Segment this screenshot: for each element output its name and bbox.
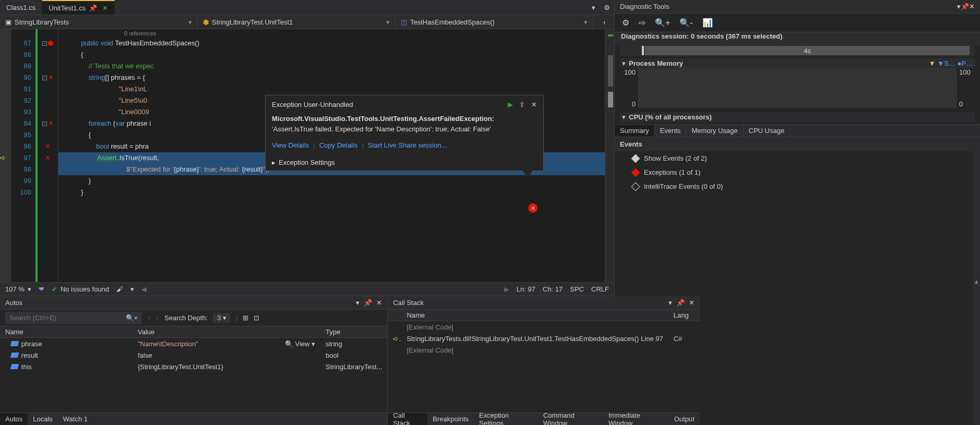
col-value[interactable]: Value [133,328,320,336]
eye-icon [631,154,640,163]
cleanup-icon[interactable]: 🖌 [116,285,123,293]
code-line[interactable]: { [58,49,605,60]
health-icon[interactable]: ❤ [39,285,44,293]
close-icon[interactable]: ✕ [376,299,382,307]
exception-icon [631,168,640,177]
nav-class-label: StringLibraryTest.UnitTest1 [212,18,293,26]
editor-tab-bar: Class1.cs UnitTest1.cs 📌 ✕ ▾ ⚙ [0,0,614,15]
variable-icon [10,364,19,369]
nav-next[interactable]: ▶ [504,285,509,293]
footer-tab[interactable]: Command Window [538,413,603,425]
diag-tab[interactable]: Memory Usage [686,125,743,137]
variable-icon [10,353,19,358]
codelens-references[interactable]: 0 references [58,29,605,38]
exception-type: Microsoft.VisualStudio.TestTools.UnitTes… [272,115,494,123]
exception-settings-link[interactable]: Exception Settings [279,159,335,166]
footer-tab[interactable]: Exception Settings [474,413,538,425]
code-line[interactable]: string[] phrases = { [58,72,605,83]
pin-icon[interactable]: 📌 [89,4,97,12]
diag-tool-icon[interactable]: ⚙ [622,18,629,28]
nav-prev[interactable]: ◀ [141,285,147,293]
cpu-section-title: CPU (% of all processors) [629,113,712,121]
diag-tool-icon[interactable]: 🔍- [679,18,692,28]
diag-tool-icon[interactable]: ⇨ [639,18,646,28]
diag-tool-icon[interactable]: 📊 [702,18,713,28]
diag-tab[interactable]: CPU Usage [744,125,791,137]
project-icon: ▣ [5,18,11,26]
cursor-line[interactable]: Ln: 97 [517,285,535,293]
close-icon[interactable]: ✕ [969,3,975,10]
autos-row[interactable]: this {StringLibraryTest.UnitTest1} Strin… [0,361,387,372]
event-row[interactable]: Show Events (2 of 2) [615,151,973,165]
diag-tab[interactable]: Summary [615,125,655,137]
nav-scope[interactable]: ▣ StringLibraryTests ▾ [0,15,198,29]
tree-view-icon[interactable]: ⊞ [243,314,248,322]
autos-search-input[interactable]: 🔍▾ [5,312,142,324]
autos-title: Autos [5,299,22,307]
nav-method[interactable]: ◫ TestHasEmbeddedSpaces() ▾ [396,15,593,29]
view-details-link[interactable]: View Details [272,141,309,149]
exception-detail: 'Assert.IsTrue failed. Expected for 'Nam… [272,125,491,133]
memory-chart[interactable]: 1000 1000 [620,68,975,108]
diag-tab[interactable]: Events [655,125,687,137]
window-position-icon[interactable]: ▾ [957,3,961,10]
footer-tab[interactable]: Breakpoints [427,413,474,425]
tab-unittest1[interactable]: UnitTest1.cs 📌 ✕ [42,0,115,15]
text-view-icon[interactable]: ⊡ [254,314,259,322]
footer-tab[interactable]: Autos [0,413,28,425]
search-depth-label: Search Depth: [164,314,208,322]
scroll-up-icon[interactable]: ▴ [973,137,980,425]
cursor-col[interactable]: Ch: 17 [543,285,563,293]
editor-overview-ruler[interactable] [605,29,614,282]
event-row[interactable]: Exceptions (1 of 1) [615,165,973,179]
tab-class1[interactable]: Class1.cs [0,0,42,15]
diagnostic-timeline[interactable]: 4s [620,45,975,56]
search-depth-dropdown[interactable]: 3 ▾ [213,313,231,323]
footer-tab[interactable]: Locals [28,413,58,425]
tab-label: UnitTest1.cs [49,4,86,12]
autos-row[interactable]: result false bool [0,349,387,361]
col-type[interactable]: Type [320,328,387,336]
copy-details-link[interactable]: Copy Details [319,141,358,149]
code-line[interactable]: // Tests that we expec [58,60,605,72]
code-line[interactable]: } [58,187,605,198]
legend-marker: ●P… [957,59,973,67]
gear-icon[interactable]: ⚙ [600,0,614,15]
line-ending[interactable]: CRLF [591,285,609,293]
continue-button[interactable]: ▶ [508,101,513,108]
zoom-level[interactable]: 107 % ▾ [5,285,31,293]
code-line[interactable]: public void TestHasEmbeddedSpaces() [58,38,605,49]
search-up-icon[interactable]: ↑ [147,314,151,322]
search-icon[interactable]: 🔍▾ [126,314,138,322]
code-line[interactable]: "Line1\nL [58,83,605,95]
error-badge-icon[interactable]: ✕ [528,203,537,213]
diag-tool-icon[interactable]: 🔍+ [655,18,670,28]
event-row[interactable]: IntelliTrace Events (0 of 0) [615,179,973,193]
variable-icon [10,341,19,346]
collapse-icon[interactable]: ▾ [622,59,626,67]
live-share-link[interactable]: Start Live Share session... [368,141,447,149]
split-editor-button[interactable]: ⫞ [593,15,614,29]
window-position-icon[interactable]: ▾ [356,299,360,307]
search-input[interactable] [9,314,126,322]
exception-popup: Exception User-Unhandled ▶ ⇪ ✕ Microsoft… [265,95,544,171]
pin-icon[interactable]: ⇪ [519,101,525,108]
pin-icon[interactable]: 📌 [364,299,372,307]
diagnostic-tools-panel: Diagnostic Tools ▾ 📌 ✕ ⚙⇨🔍+🔍-📊 Diagnosti… [615,0,980,425]
close-icon[interactable]: ✕ [531,101,537,108]
nav-class[interactable]: ⬢ StringLibraryTest.UnitTest1 ▾ [198,15,396,29]
autos-row[interactable]: phrase "Name\tDescription"🔍 View ▾ strin… [0,338,387,349]
expand-icon[interactable]: ▸ [272,159,276,166]
class-icon: ⬢ [203,18,209,26]
diagnostic-title: Diagnostic Tools [620,3,669,10]
footer-tab[interactable]: Call Stack [388,413,427,425]
code-editor[interactable]: ➪ 87888990919293949596979899100 --✕-✕✕✕ … [0,29,614,282]
footer-tab[interactable]: Watch 1 [58,413,93,425]
search-down-icon[interactable]: ↓ [156,314,160,322]
close-icon[interactable]: ✕ [102,4,108,12]
col-name[interactable]: Name [0,328,133,336]
window-position-dropdown[interactable]: ▾ [588,0,600,15]
collapse-icon[interactable]: ▾ [622,113,626,121]
whitespace-mode[interactable]: SPC [570,285,584,293]
pin-icon[interactable]: 📌 [961,3,969,10]
